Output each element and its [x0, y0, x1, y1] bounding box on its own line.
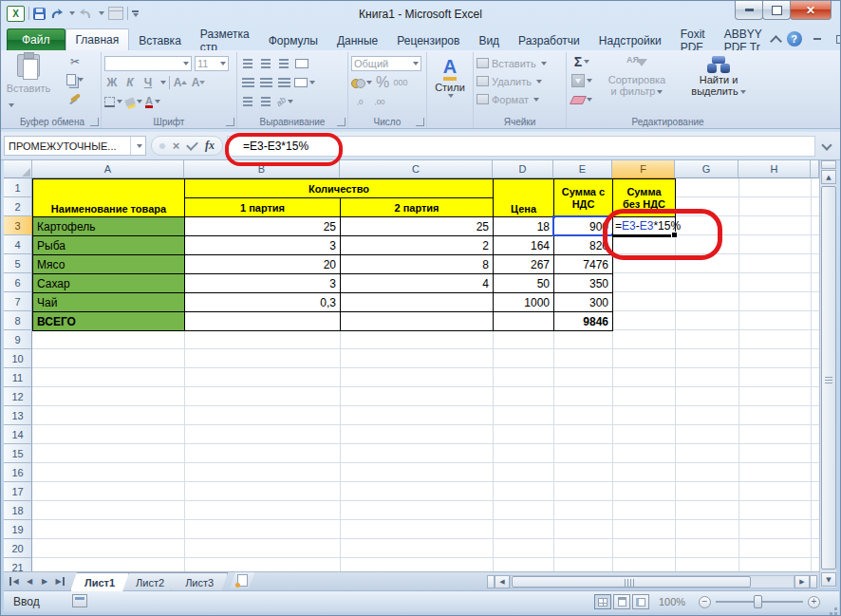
collapse-ribbon-icon[interactable] — [770, 35, 782, 47]
row-header-10[interactable]: 10 — [4, 349, 32, 368]
scroll-up-button[interactable]: ▲ — [821, 170, 836, 184]
page-break-view-button[interactable] — [632, 594, 649, 609]
orientation-icon[interactable]: ab — [276, 94, 293, 109]
tab-developer[interactable]: Разработчи — [509, 30, 589, 50]
row-header-20[interactable]: 20 — [4, 539, 32, 558]
sheet-tab-list2[interactable]: Лист2 — [121, 572, 178, 591]
cell-D7[interactable]: 1000 — [493, 292, 554, 312]
insert-function-button[interactable]: fx — [205, 139, 215, 153]
vertical-split-box[interactable] — [821, 160, 836, 169]
decrease-indent-icon[interactable] — [240, 94, 255, 109]
font-dialog-launcher-icon[interactable] — [226, 118, 234, 126]
macro-record-icon[interactable] — [72, 594, 87, 607]
tab-file[interactable]: Файл — [7, 28, 65, 50]
scroll-left-button[interactable]: ◀ — [495, 575, 510, 588]
paste-button[interactable]: Вставить — [7, 54, 50, 113]
accounting-format-icon[interactable] — [351, 75, 372, 90]
column-header-partial[interactable] — [811, 160, 819, 178]
row-header-15[interactable]: 15 — [4, 444, 32, 463]
horizontal-scrollbar[interactable]: ◀ ▶ — [487, 574, 817, 589]
cell-A8-total[interactable]: ВСЕГО — [32, 311, 185, 331]
tab-home[interactable]: Главная — [65, 28, 130, 50]
sheet-tab-list3[interactable]: Лист3 — [171, 572, 228, 591]
column-header-C[interactable]: C — [340, 160, 493, 178]
workbook-restore-button[interactable] — [832, 31, 841, 47]
help-icon[interactable]: ? — [787, 31, 802, 47]
decrease-decimal-icon[interactable]: ,00 — [371, 93, 388, 110]
cell-E1-vat-header[interactable]: Сумма сНДС — [553, 178, 613, 217]
column-header-F[interactable]: F — [612, 160, 675, 178]
prev-sheet-button[interactable]: ◀ — [23, 574, 36, 588]
cell-A6[interactable]: Сахар — [32, 273, 185, 293]
font-color-button[interactable]: А — [145, 94, 160, 109]
autosum-button[interactable]: Σ — [570, 54, 594, 69]
cell-A4[interactable]: Рыба — [32, 235, 185, 255]
delete-cells-button[interactable]: Удалить — [477, 72, 563, 90]
cell-B8[interactable] — [184, 311, 341, 331]
row-header-2[interactable]: 2 — [4, 197, 32, 216]
name-box[interactable]: ПРОМЕЖУТОЧНЫЕ... — [4, 136, 146, 156]
tab-view[interactable]: Вид — [469, 30, 509, 50]
grow-font-button[interactable]: А — [173, 75, 188, 90]
last-sheet-button[interactable]: ▶ — [53, 574, 66, 588]
zoom-slider-thumb[interactable] — [754, 595, 762, 608]
row-header-11[interactable]: 11 — [4, 368, 32, 387]
cell-D6[interactable]: 50 — [493, 273, 554, 293]
zoom-out-button[interactable]: − — [699, 596, 711, 608]
align-top-icon[interactable] — [240, 56, 255, 71]
cell-C8[interactable] — [340, 311, 494, 331]
row-header-13[interactable]: 13 — [4, 406, 32, 425]
cell-B2-batch1[interactable]: 1 партия — [184, 197, 341, 217]
tab-abbyy[interactable]: ABBYY PDF Tr — [715, 30, 772, 50]
column-header-G[interactable]: G — [675, 160, 738, 178]
close-button[interactable]: ✕ — [790, 1, 832, 20]
cell-B7[interactable]: 0,3 — [184, 292, 341, 312]
select-all-corner[interactable] — [4, 160, 32, 178]
bold-button[interactable]: Ж — [104, 75, 120, 90]
workbook-minimize-button[interactable] — [809, 31, 826, 47]
normal-view-button[interactable] — [594, 594, 611, 609]
fill-button[interactable] — [570, 73, 594, 88]
increase-indent-icon[interactable] — [258, 94, 273, 109]
find-select-button[interactable]: Найти ивыделить — [680, 54, 757, 107]
horizontal-scroll-track[interactable] — [510, 575, 794, 588]
underline-dropdown-icon[interactable] — [160, 81, 166, 84]
enter-entry-button[interactable] — [186, 139, 198, 151]
cell-D5[interactable]: 267 — [493, 254, 554, 274]
cell-E5[interactable]: 7476 — [553, 254, 613, 274]
horizontal-split-box[interactable] — [487, 575, 495, 588]
cell-C5[interactable]: 8 — [340, 254, 494, 274]
row-header-6[interactable]: 6 — [4, 273, 32, 292]
scroll-down-button[interactable]: ▼ — [821, 572, 836, 587]
column-header-D[interactable]: D — [493, 160, 553, 178]
cell-D8[interactable] — [493, 311, 554, 331]
format-painter-icon[interactable] — [52, 90, 98, 105]
row-header-12[interactable]: 12 — [4, 387, 32, 406]
cut-icon[interactable]: ✂ — [52, 54, 98, 69]
font-size-combo[interactable]: 11 — [195, 56, 229, 71]
copy-icon[interactable] — [52, 72, 98, 87]
scroll-right-button[interactable]: ▶ — [794, 575, 810, 588]
cell-C4[interactable]: 2 — [340, 235, 494, 255]
cell-A5[interactable]: Мясо — [32, 254, 185, 274]
insert-worksheet-button[interactable] — [230, 572, 254, 588]
borders-button[interactable] — [104, 94, 122, 109]
underline-button[interactable]: Ч — [140, 75, 156, 90]
merge-center-icon[interactable] — [294, 75, 315, 90]
tab-data[interactable]: Данные — [327, 30, 387, 50]
next-sheet-button[interactable]: ▶ — [38, 574, 51, 588]
align-middle-icon[interactable] — [258, 56, 273, 71]
row-header-17[interactable]: 17 — [4, 482, 32, 501]
tab-insert[interactable]: Вставка — [129, 30, 191, 50]
zoom-slider-track[interactable] — [716, 595, 803, 608]
align-right-icon[interactable] — [276, 75, 291, 90]
zoom-level[interactable]: 100% — [659, 596, 685, 607]
first-sheet-button[interactable]: ◀ — [8, 574, 21, 588]
cell-B6[interactable]: 3 — [184, 273, 341, 293]
align-center-icon[interactable] — [258, 75, 273, 90]
row-header-16[interactable]: 16 — [4, 463, 32, 482]
styles-button[interactable]: А Стили — [430, 54, 470, 98]
percent-style-button[interactable]: % — [375, 75, 390, 90]
expand-formula-bar-button[interactable] — [819, 140, 834, 153]
clear-button[interactable] — [570, 92, 594, 107]
